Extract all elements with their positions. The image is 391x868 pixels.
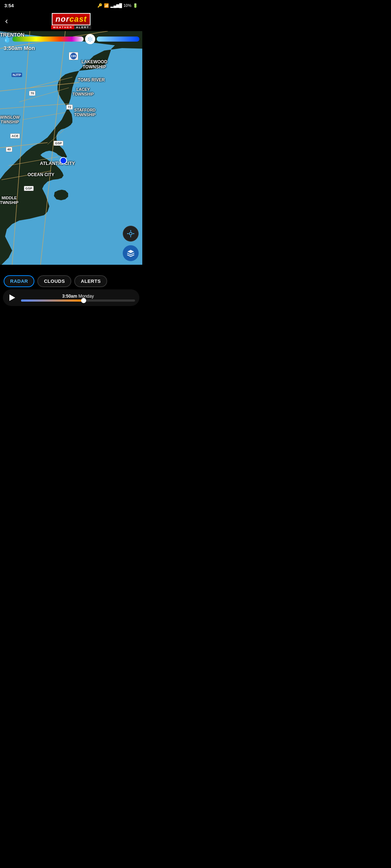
gsp-badge-1: GSP [54, 141, 63, 146]
status-bar: 3:54 🔑 📶 ▂▄▆█ 10% 🔋 [0, 0, 142, 11]
progress-track[interactable] [21, 299, 135, 302]
nav-bar: ‹ norcast WEATHER ALERT [0, 11, 142, 31]
map-svg [0, 31, 142, 265]
play-button[interactable] [7, 293, 17, 303]
playback-bar: 3:50am Monday [3, 289, 139, 306]
njtp-badge: NJTP [12, 73, 22, 77]
precipitation-color-bar [12, 37, 84, 42]
color-legend-bar: 💧 ❄️ [0, 34, 142, 44]
route-40-badge: 40 [6, 147, 12, 152]
map-day: Mon [22, 45, 35, 51]
svg-point-15 [129, 232, 132, 235]
playback-timestamp: 3:50am Monday [21, 294, 135, 299]
playback-info: 3:50am Monday [21, 294, 135, 302]
route-70-badge: 70 [29, 91, 35, 96]
map-background: 💧 ❄️ 3:50am Mon TRENTON LAKEWOODTOWNSHIP… [0, 31, 142, 265]
play-icon [9, 294, 15, 301]
snow-intensity-bar [97, 37, 139, 42]
map-area[interactable]: 💧 ❄️ 3:50am Mon TRENTON LAKEWOODTOWNSHIP… [0, 31, 142, 265]
ocean-city-label: OCEAN CITY [28, 172, 54, 177]
locate-icon [127, 230, 135, 238]
layers-button[interactable] [123, 245, 139, 261]
middle-twp-label: MIDDLETWNSHIP [0, 196, 18, 205]
playback-time-bold: 3:50am [62, 294, 77, 299]
layers-icon [127, 249, 135, 257]
rain-icon: 💧 [3, 35, 11, 43]
status-icons: 🔑 📶 ▂▄▆█ 10% 🔋 [97, 3, 138, 8]
user-location-dot [60, 157, 67, 164]
alerts-button[interactable]: ALERTS [74, 275, 107, 287]
stafford-label: STAFFORDTOWNSHIP [74, 108, 96, 117]
route-195-badge: 195 [69, 52, 78, 60]
mode-buttons-row: RADAR CLOUDS ALERTS [0, 275, 123, 287]
status-time: 3:54 [4, 3, 14, 8]
back-button[interactable]: ‹ [5, 16, 8, 26]
svg-rect-0 [1, 31, 141, 265]
lakewood-label: LAKEWOODTOWNSHIP [81, 59, 107, 70]
logo-weather: WEATHER [51, 25, 74, 29]
route-72-badge: 72 [66, 105, 73, 110]
locate-button[interactable] [123, 226, 139, 242]
atlantic-city-label: ATLANTIC CITY [40, 161, 75, 166]
battery-pct: 10% [123, 3, 131, 8]
lacey-label: LACEYTOWNSHIP [72, 87, 94, 97]
key-icon: 🔑 [97, 3, 102, 8]
map-timestamp: 3:50am Mon [4, 45, 35, 51]
progress-fill [21, 299, 84, 302]
toms-river-label: TOMS RIVER [78, 77, 105, 82]
gsp-badge-2: GSP [24, 186, 34, 191]
clouds-button[interactable]: CLOUDS [37, 275, 71, 287]
logo-alert: ALERT [74, 25, 91, 29]
bottom-bar: RADAR CLOUDS ALERTS 3:50am Monday [0, 265, 142, 308]
snow-icon: ❄️ [85, 34, 95, 44]
radar-button[interactable]: RADAR [4, 275, 34, 287]
app-logo: norcast WEATHER ALERT [51, 13, 91, 29]
map-time: 3:50am [4, 45, 22, 51]
playback-time-rest: Monday [77, 294, 94, 299]
battery-icon: 🔋 [133, 3, 138, 8]
progress-thumb [81, 298, 86, 303]
wifi-icon: 📶 [104, 3, 109, 8]
winslow-label: WINSLOWTWNSHIP [0, 115, 20, 124]
signal-bars: ▂▄▆█ [110, 3, 122, 8]
ace-badge: ACE [10, 133, 20, 139]
logo-norcast: norcast [52, 13, 91, 25]
